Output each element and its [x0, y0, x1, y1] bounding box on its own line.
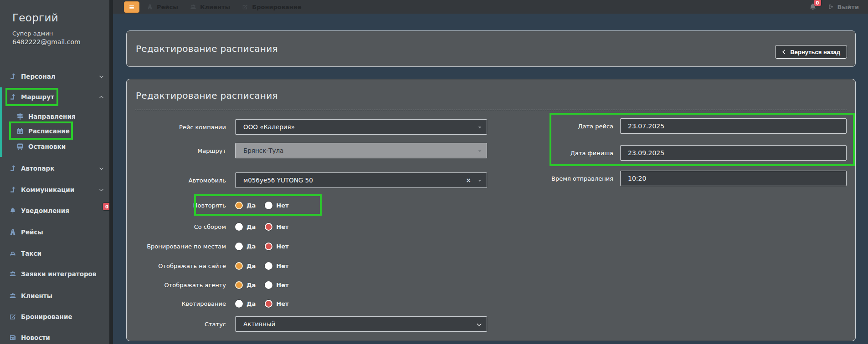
field-label: Отображать агенту — [127, 277, 226, 293]
radio-group-bronirovanie-po-mestam: ДаНет — [235, 238, 289, 254]
input-data-reysa[interactable] — [620, 118, 847, 134]
sidebar-item-napravleniya[interactable]: Направления — [0, 110, 109, 123]
page-header-panel: Редактирование расписания Вернуться наза… — [126, 30, 856, 67]
radio-yes[interactable] — [235, 202, 243, 209]
field-label: Время отправления — [537, 171, 613, 186]
select-chevron-icon — [476, 322, 482, 328]
radio-yes-label: Да — [247, 202, 256, 209]
radio-no[interactable] — [265, 223, 272, 231]
level-up-icon — [9, 165, 16, 172]
radio-yes[interactable] — [235, 262, 243, 270]
field-label: Со сбором — [127, 219, 226, 234]
sidebar-item-label: Уведомления — [21, 207, 69, 214]
radio-yes-label: Да — [247, 282, 256, 288]
level-up-icon — [9, 186, 16, 193]
input-vremya-otpravleniya[interactable] — [620, 171, 847, 186]
form-row-data-finisha: Дата финиша — [127, 145, 855, 161]
radio-no[interactable] — [265, 300, 272, 308]
form-row-vremya-otpravleniya: Время отправления — [127, 171, 855, 186]
sidebar-item-label: Рейсы — [21, 228, 43, 236]
calendar-icon — [16, 127, 24, 135]
sidebar-item-marshrut[interactable]: Маршрут — [0, 91, 109, 103]
bus-stop-icon — [16, 143, 24, 150]
road-icon — [147, 4, 153, 10]
sidebar-item-label: Маршрут — [21, 93, 54, 101]
field-label: Квотирование — [127, 296, 226, 311]
radio-group-kvotirovanie: ДаНет — [235, 296, 289, 311]
topbar: РейсыКлиентыБронирование 0 Выйти — [113, 0, 868, 14]
back-button[interactable]: Вернуться назад — [775, 45, 847, 59]
notifications-button[interactable]: 0 — [809, 3, 817, 11]
sidebar-item-uvedomleniya[interactable]: Уведомления — [0, 204, 109, 217]
topbar-right: 0 Выйти — [809, 0, 859, 14]
radio-yes[interactable] — [235, 281, 243, 289]
field-label: Дата финиша — [537, 145, 613, 161]
sign-out-icon — [828, 4, 834, 10]
newspaper-icon — [9, 334, 16, 341]
field-label: Повторять — [127, 197, 226, 213]
select-status[interactable]: Активный — [235, 316, 487, 332]
radio-no-label: Нет — [276, 243, 288, 250]
input-data-finisha[interactable] — [620, 145, 847, 161]
radio-yes[interactable] — [235, 243, 243, 250]
radio-yes-label: Да — [247, 243, 256, 250]
sidebar-item-novosti[interactable]: Новости — [0, 331, 109, 344]
form-row-otobrazhat-agentu: Отображать агентуДаНет — [127, 277, 855, 293]
form-row-status: СтатусАктивный — [127, 316, 855, 332]
user-name: Георгий — [12, 12, 81, 24]
topbar-link-klienty[interactable]: Клиенты — [190, 4, 230, 10]
sidebar-item-label: Заявки интеграторов — [21, 270, 96, 278]
sidebar-item-label: Клиенты — [21, 292, 52, 299]
sidebar-item-avtopark[interactable]: Автопарк — [0, 162, 109, 175]
sidebar-item-label: Автопарк — [21, 165, 54, 172]
sidebar-item-personal[interactable]: Персонал — [0, 70, 109, 83]
sidebar-item-taksi[interactable]: Такси — [0, 247, 109, 260]
sidebar-item-ostanovki[interactable]: Остановки — [0, 140, 109, 153]
topbar-link-reysy[interactable]: Рейсы — [147, 4, 178, 10]
radio-no[interactable] — [265, 202, 272, 209]
logout-button[interactable]: Выйти — [828, 4, 859, 10]
sidebar-item-label: Персонал — [21, 73, 56, 80]
users-icon — [9, 292, 16, 299]
sidebar-item-klienty[interactable]: Клиенты — [0, 289, 109, 302]
radio-no-label: Нет — [276, 300, 288, 307]
radio-no-label: Нет — [276, 202, 288, 209]
signpost-icon — [16, 113, 24, 120]
select-value: Активный — [243, 320, 275, 328]
radio-yes[interactable] — [235, 223, 243, 231]
edit-schedule-card: Редактирование расписания Рейс компанииО… — [126, 79, 856, 341]
sidebar-item-label: Такси — [21, 250, 41, 257]
radio-group-otobrazhat-na-sayte: ДаНет — [235, 258, 289, 273]
radio-no[interactable] — [265, 281, 272, 289]
sidebar-item-zayavki-integratorov[interactable]: Заявки интеграторов — [0, 268, 109, 280]
topbar-link-label: Клиенты — [200, 4, 230, 10]
notification-count-badge: 0 — [814, 0, 821, 6]
sidebar-item-raspisanie[interactable]: Расписание — [0, 125, 109, 137]
radio-yes-label: Да — [247, 263, 256, 269]
hamburger-button[interactable] — [124, 1, 139, 13]
form-row-povtoryat: ПовторятьДаНет — [127, 197, 855, 213]
field-label: Дата рейса — [537, 118, 613, 134]
form-row-so-sborom: Со сборомДаНет — [127, 219, 855, 234]
users-icon — [9, 270, 16, 278]
sidebar-item-kommunikacii[interactable]: Коммуникации — [0, 183, 109, 196]
radio-no[interactable] — [265, 243, 272, 250]
topbar-link-bronirovanie[interactable]: Бронирование — [242, 4, 301, 10]
card-separator — [135, 110, 847, 110]
sidebar-item-reysy[interactable]: Рейсы — [0, 226, 109, 238]
form-row-bronirovanie-po-mestam: Бронирование по местамДаНет — [127, 238, 855, 254]
page-title: Редактирование расписания — [136, 31, 278, 66]
field-label: Отображать на сайте — [127, 258, 226, 273]
chevron-left-icon — [782, 50, 786, 54]
sidebar-item-label: Бронирование — [21, 313, 72, 320]
radio-no[interactable] — [265, 262, 272, 270]
field-label: Статус — [127, 316, 226, 332]
user-block: Георгий Супер админ 6482222@gmail.com — [12, 12, 81, 46]
users-icon — [190, 4, 196, 10]
sidebar-item-bronirovanie[interactable]: Бронирование — [0, 310, 109, 323]
radio-yes[interactable] — [235, 300, 243, 308]
chevron-up-icon — [99, 95, 104, 100]
page-root: Георгий Супер админ 6482222@gmail.com Пе… — [0, 0, 868, 344]
radio-no-label: Нет — [276, 282, 288, 288]
radio-group-so-sborom: ДаНет — [235, 219, 289, 234]
